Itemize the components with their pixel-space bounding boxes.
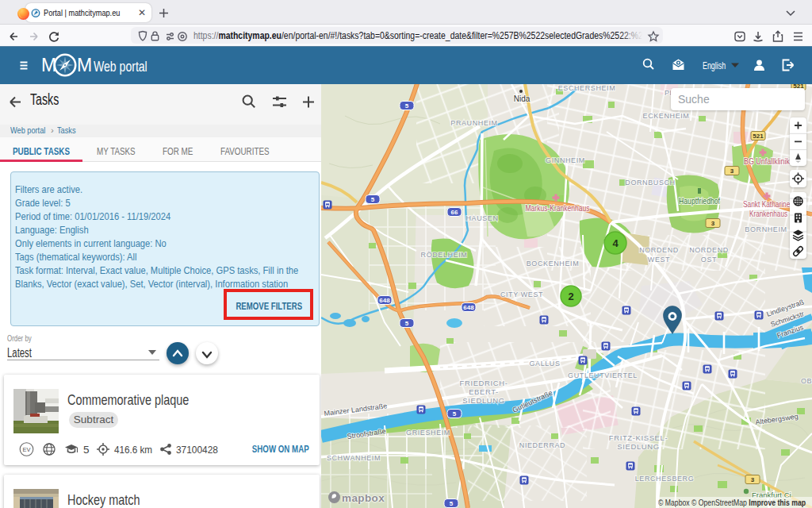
svg-text:3: 3	[711, 220, 715, 227]
svg-text:Krankenhaus: Krankenhaus	[749, 209, 787, 218]
svg-text:521: 521	[753, 133, 764, 140]
svg-text:HAUSEN: HAUSEN	[465, 214, 498, 222]
svg-text:GALLUS: GALLUS	[529, 360, 560, 368]
svg-text:5: 5	[405, 102, 409, 110]
svg-text:OBE: OBE	[801, 377, 812, 385]
svg-text:Sankt Katharinen: Sankt Katharinen	[743, 199, 794, 209]
svg-text:SIEDLUNG: SIEDLUNG	[462, 396, 504, 405]
svg-text:Markus-Krankenhaus: Markus-Krankenhaus	[526, 203, 590, 213]
svg-text:GINNHEIM: GINNHEIM	[546, 156, 585, 164]
svg-text:NORDEND: NORDEND	[689, 246, 729, 254]
svg-text:NIEDERRAD: NIEDERRAD	[519, 441, 565, 449]
svg-text:BORNHEIM: BORNHEIM	[745, 225, 787, 233]
svg-text:648: 648	[463, 304, 474, 311]
svg-text:GRIESHEIM: GRIESHEIM	[406, 429, 450, 437]
svg-text:PRAUNHEIM: PRAUNHEIM	[450, 119, 497, 127]
svg-text:SCHWANHEIM: SCHWANHEIM	[327, 454, 381, 462]
svg-text:3: 3	[730, 167, 734, 175]
svg-text:BOCKENHEIM: BOCKENHEIM	[527, 260, 580, 267]
svg-text:5: 5	[83, 444, 90, 456]
svg-text:66: 66	[451, 209, 458, 216]
svg-text:CITY WEST: CITY WEST	[500, 291, 543, 298]
svg-text:FRIEDRICH-: FRIEDRICH-	[460, 379, 508, 387]
svg-text:5: 5	[371, 196, 375, 203]
svg-text:GUTLEUTVIERTEL: GUTLEUTVIERTEL	[568, 371, 638, 379]
svg-text:5: 5	[450, 500, 454, 507]
svg-text:3: 3	[751, 476, 755, 483]
svg-text:416.6 km: 416.6 km	[114, 444, 152, 456]
svg-text:Hauptfriedhof: Hauptfriedhof	[679, 196, 720, 206]
svg-text:NORDEND: NORDEND	[639, 246, 679, 254]
svg-text:5: 5	[405, 320, 409, 327]
svg-text:Nida: Nida	[514, 94, 530, 103]
svg-text:648: 648	[379, 297, 390, 304]
svg-text:OST: OST	[701, 256, 717, 264]
svg-text:RÖDELHEIM: RÖDELHEIM	[421, 251, 468, 259]
svg-text:37100428: 37100428	[176, 444, 218, 456]
svg-text:EV: EV	[22, 446, 30, 453]
svg-text:LERCHESBERG: LERCHESBERG	[635, 475, 695, 483]
svg-text:ECKENHEIM: ECKENHEIM	[643, 112, 690, 120]
svg-text:FRITZ-KISSEL-: FRITZ-KISSEL-	[609, 433, 668, 442]
svg-text:ESCHERSHEIM: ESCHERSHEIM	[558, 84, 616, 92]
svg-text:EBERT-: EBERT-	[469, 387, 499, 396]
svg-text:DORNBUSCH: DORNBUSCH	[625, 179, 675, 187]
svg-text:SIEDLUNG: SIEDLUNG	[617, 442, 659, 451]
svg-text:BG Unfallklinik: BG Unfallklinik	[744, 156, 791, 166]
svg-text:5: 5	[453, 410, 457, 418]
svg-text:2: 2	[568, 291, 573, 302]
svg-text:WEST: WEST	[648, 256, 670, 264]
svg-text:4: 4	[612, 237, 619, 249]
